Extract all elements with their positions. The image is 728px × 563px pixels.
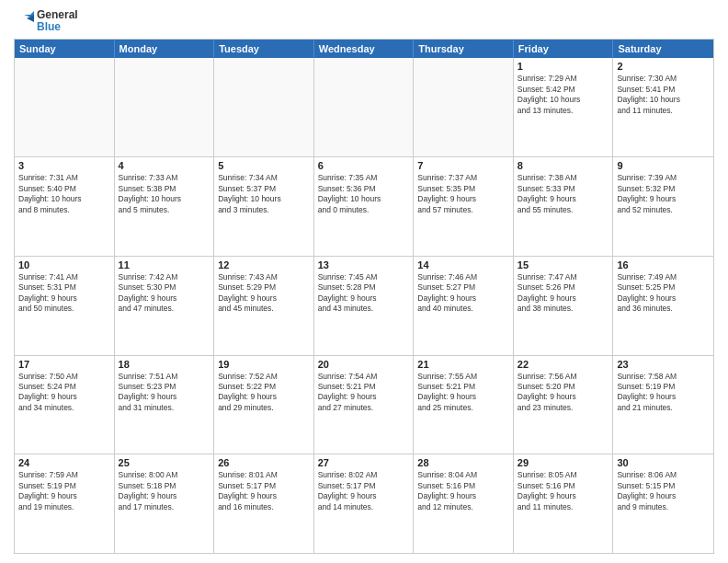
calendar-body: 1Sunrise: 7:29 AM Sunset: 5:42 PM Daylig…	[15, 58, 713, 553]
day-info: Sunrise: 7:43 AM Sunset: 5:29 PM Dayligh…	[218, 272, 310, 315]
day-info: Sunrise: 7:35 AM Sunset: 5:36 PM Dayligh…	[318, 173, 410, 215]
week-row-0: 1Sunrise: 7:29 AM Sunset: 5:42 PM Daylig…	[15, 58, 713, 157]
day-info: Sunrise: 7:47 AM Sunset: 5:26 PM Dayligh…	[518, 272, 609, 315]
page: General Blue SundayMondayTuesdayWednesda…	[0, 0, 728, 563]
day-info: Sunrise: 8:06 AM Sunset: 5:15 PM Dayligh…	[617, 470, 710, 512]
day-cell-7: 7Sunrise: 7:37 AM Sunset: 5:35 PM Daylig…	[414, 157, 514, 256]
day-cell-20: 20Sunrise: 7:54 AM Sunset: 5:21 PM Dayli…	[314, 356, 415, 454]
day-info: Sunrise: 7:56 AM Sunset: 5:20 PM Dayligh…	[518, 372, 609, 414]
day-cell-11: 11Sunrise: 7:42 AM Sunset: 5:30 PM Dayli…	[115, 257, 215, 355]
day-info: Sunrise: 7:51 AM Sunset: 5:23 PM Dayligh…	[119, 372, 210, 414]
day-info: Sunrise: 7:45 AM Sunset: 5:28 PM Dayligh…	[318, 272, 410, 315]
day-info: Sunrise: 8:01 AM Sunset: 5:17 PM Dayligh…	[218, 470, 310, 512]
day-cell-9: 9Sunrise: 7:39 AM Sunset: 5:32 PM Daylig…	[613, 157, 713, 256]
header-day-monday: Monday	[115, 40, 215, 58]
day-cell-19: 19Sunrise: 7:52 AM Sunset: 5:22 PM Dayli…	[214, 356, 314, 454]
day-number: 9	[617, 160, 710, 171]
day-info: Sunrise: 7:41 AM Sunset: 5:31 PM Dayligh…	[18, 272, 110, 315]
day-number: 26	[218, 457, 310, 468]
week-row-4: 24Sunrise: 7:59 AM Sunset: 5:19 PM Dayli…	[15, 454, 713, 553]
header-day-friday: Friday	[514, 40, 614, 58]
day-cell-30: 30Sunrise: 8:06 AM Sunset: 5:15 PM Dayli…	[613, 454, 713, 553]
day-number: 20	[318, 359, 410, 370]
day-number: 8	[518, 160, 609, 171]
day-number: 7	[417, 160, 509, 171]
day-number: 15	[518, 259, 609, 270]
day-cell-29: 29Sunrise: 8:05 AM Sunset: 5:16 PM Dayli…	[514, 454, 614, 553]
day-number: 1	[518, 61, 609, 72]
day-number: 10	[18, 259, 110, 270]
day-cell-21: 21Sunrise: 7:55 AM Sunset: 5:21 PM Dayli…	[414, 356, 514, 454]
day-info: Sunrise: 7:46 AM Sunset: 5:27 PM Dayligh…	[417, 272, 509, 315]
day-cell-8: 8Sunrise: 7:38 AM Sunset: 5:33 PM Daylig…	[514, 157, 614, 256]
week-row-1: 3Sunrise: 7:31 AM Sunset: 5:40 PM Daylig…	[15, 157, 713, 257]
day-number: 18	[119, 359, 210, 370]
day-info: Sunrise: 7:42 AM Sunset: 5:30 PM Dayligh…	[119, 272, 210, 315]
day-cell-25: 25Sunrise: 8:00 AM Sunset: 5:18 PM Dayli…	[115, 454, 215, 553]
day-cell-17: 17Sunrise: 7:50 AM Sunset: 5:24 PM Dayli…	[15, 356, 115, 454]
day-number: 28	[417, 457, 509, 468]
day-number: 19	[218, 359, 310, 370]
day-cell-1: 1Sunrise: 7:29 AM Sunset: 5:42 PM Daylig…	[514, 58, 614, 156]
empty-cell	[115, 58, 215, 156]
day-cell-3: 3Sunrise: 7:31 AM Sunset: 5:40 PM Daylig…	[15, 157, 115, 256]
day-info: Sunrise: 8:02 AM Sunset: 5:17 PM Dayligh…	[318, 470, 410, 512]
day-number: 4	[119, 160, 210, 171]
day-info: Sunrise: 7:55 AM Sunset: 5:21 PM Dayligh…	[417, 372, 509, 414]
day-info: Sunrise: 8:04 AM Sunset: 5:16 PM Dayligh…	[417, 470, 509, 512]
day-cell-24: 24Sunrise: 7:59 AM Sunset: 5:19 PM Dayli…	[15, 454, 115, 553]
day-number: 5	[218, 160, 310, 171]
week-row-2: 10Sunrise: 7:41 AM Sunset: 5:31 PM Dayli…	[15, 257, 713, 356]
calendar-header: SundayMondayTuesdayWednesdayThursdayFrid…	[15, 40, 713, 58]
day-number: 23	[617, 359, 710, 370]
day-cell-22: 22Sunrise: 7:56 AM Sunset: 5:20 PM Dayli…	[514, 356, 614, 454]
day-info: Sunrise: 8:05 AM Sunset: 5:16 PM Dayligh…	[518, 470, 609, 512]
day-cell-14: 14Sunrise: 7:46 AM Sunset: 5:27 PM Dayli…	[414, 257, 514, 355]
day-cell-26: 26Sunrise: 8:01 AM Sunset: 5:17 PM Dayli…	[214, 454, 314, 553]
day-cell-2: 2Sunrise: 7:30 AM Sunset: 5:41 PM Daylig…	[613, 58, 713, 156]
empty-cell	[15, 58, 115, 156]
day-cell-12: 12Sunrise: 7:43 AM Sunset: 5:29 PM Dayli…	[214, 257, 314, 355]
day-number: 24	[18, 457, 110, 468]
calendar: SundayMondayTuesdayWednesdayThursdayFrid…	[14, 39, 714, 554]
header-day-thursday: Thursday	[414, 40, 514, 58]
day-info: Sunrise: 7:54 AM Sunset: 5:21 PM Dayligh…	[318, 372, 410, 414]
day-info: Sunrise: 7:30 AM Sunset: 5:41 PM Dayligh…	[617, 74, 710, 116]
day-cell-10: 10Sunrise: 7:41 AM Sunset: 5:31 PM Dayli…	[15, 257, 115, 355]
empty-cell	[214, 58, 314, 156]
day-number: 13	[318, 259, 410, 270]
day-number: 2	[617, 61, 710, 72]
day-cell-6: 6Sunrise: 7:35 AM Sunset: 5:36 PM Daylig…	[314, 157, 415, 256]
header-day-wednesday: Wednesday	[314, 40, 415, 58]
day-number: 17	[18, 359, 110, 370]
day-number: 30	[617, 457, 710, 468]
day-info: Sunrise: 7:31 AM Sunset: 5:40 PM Dayligh…	[18, 173, 110, 215]
day-number: 16	[617, 259, 710, 270]
empty-cell	[314, 58, 415, 156]
day-info: Sunrise: 7:34 AM Sunset: 5:37 PM Dayligh…	[218, 173, 310, 215]
day-number: 6	[318, 160, 410, 171]
header-day-sunday: Sunday	[15, 40, 115, 58]
day-number: 3	[18, 160, 110, 171]
empty-cell	[414, 58, 514, 156]
day-info: Sunrise: 7:52 AM Sunset: 5:22 PM Dayligh…	[218, 372, 310, 414]
day-number: 22	[518, 359, 609, 370]
day-cell-13: 13Sunrise: 7:45 AM Sunset: 5:28 PM Dayli…	[314, 257, 415, 355]
day-info: Sunrise: 7:38 AM Sunset: 5:33 PM Dayligh…	[518, 173, 609, 215]
day-info: Sunrise: 7:50 AM Sunset: 5:24 PM Dayligh…	[18, 372, 110, 414]
day-number: 27	[318, 457, 410, 468]
header-day-tuesday: Tuesday	[214, 40, 314, 58]
day-info: Sunrise: 7:29 AM Sunset: 5:42 PM Dayligh…	[518, 74, 609, 116]
day-info: Sunrise: 7:49 AM Sunset: 5:25 PM Dayligh…	[617, 272, 710, 315]
day-number: 14	[417, 259, 509, 270]
day-cell-4: 4Sunrise: 7:33 AM Sunset: 5:38 PM Daylig…	[115, 157, 215, 256]
logo-blue: Blue	[37, 21, 78, 33]
day-cell-27: 27Sunrise: 8:02 AM Sunset: 5:17 PM Dayli…	[314, 454, 415, 553]
day-cell-15: 15Sunrise: 7:47 AM Sunset: 5:26 PM Dayli…	[514, 257, 614, 355]
day-info: Sunrise: 8:00 AM Sunset: 5:18 PM Dayligh…	[119, 470, 210, 512]
logo-bird-icon	[14, 11, 34, 31]
day-info: Sunrise: 7:39 AM Sunset: 5:32 PM Dayligh…	[617, 173, 710, 215]
week-row-3: 17Sunrise: 7:50 AM Sunset: 5:24 PM Dayli…	[15, 356, 713, 455]
day-number: 12	[218, 259, 310, 270]
day-info: Sunrise: 7:33 AM Sunset: 5:38 PM Dayligh…	[119, 173, 210, 215]
